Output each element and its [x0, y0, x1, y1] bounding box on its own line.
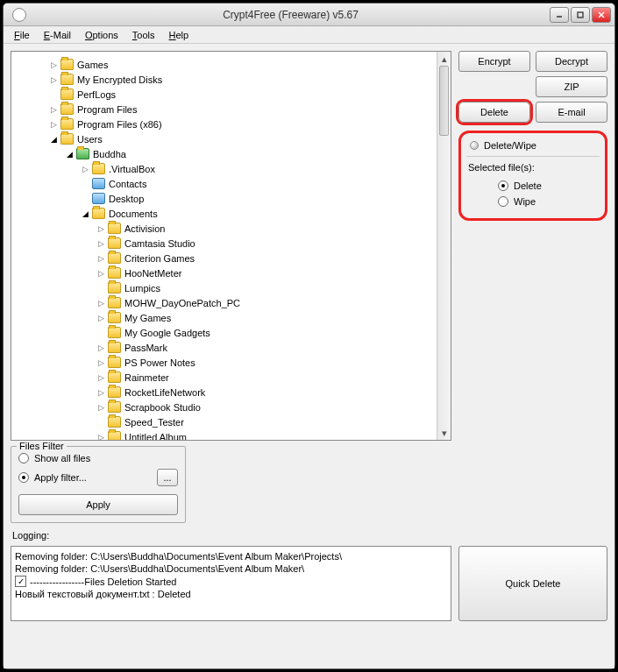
folder-icon	[108, 282, 121, 294]
expand-icon[interactable]: ▷	[96, 433, 106, 441]
tree-node[interactable]: ▷Scrapbook Studio	[13, 400, 437, 414]
tree-node[interactable]: ▷Games	[13, 57, 437, 72]
folder-icon	[108, 342, 121, 353]
expand-icon[interactable]: ▷	[96, 314, 106, 322]
panel-header: Delete/Wipe	[466, 138, 600, 157]
expand-icon[interactable]: ▷	[96, 343, 106, 352]
expand-icon[interactable]: ▷	[96, 358, 106, 367]
tree-node[interactable]: ▷HooNetMeter	[13, 265, 437, 280]
titlebar[interactable]: Crypt4Free (Freeware) v5.67	[4, 4, 614, 26]
expand-icon[interactable]: ▷	[96, 373, 106, 382]
tree-node[interactable]: Contacts	[13, 176, 437, 191]
radio-show-all[interactable]	[18, 453, 29, 463]
folder-icon	[108, 416, 121, 428]
menu-tools[interactable]: Tools	[127, 28, 160, 42]
expand-icon[interactable]: ▷	[96, 269, 106, 278]
collapse-icon[interactable]: ◢	[64, 150, 75, 159]
expand-icon[interactable]: ▷	[48, 120, 59, 129]
radio-apply-filter[interactable]	[18, 472, 29, 483]
collapse-icon[interactable]: ◢	[80, 209, 90, 218]
tree-scrollbar[interactable]: ▴ ▾	[437, 52, 451, 440]
expand-icon[interactable]: ▷	[48, 60, 59, 69]
tree-node[interactable]: PerfLogs	[13, 87, 437, 102]
node-label: PerfLogs	[77, 89, 116, 100]
expand-icon[interactable]: ▷	[80, 165, 90, 173]
folder-icon	[108, 223, 121, 234]
menu-file[interactable]: File	[9, 28, 35, 42]
tree-wrap: ▷Games▷My Encrypted DisksPerfLogs▷Progra…	[11, 51, 451, 441]
tree-node[interactable]: ◢Buddha	[13, 146, 437, 161]
tree-node[interactable]: ▷MOHW_DayOnePatch_PC	[13, 295, 437, 310]
tree-node[interactable]: ▷RocketLifeNetwork	[13, 385, 437, 400]
tree-node[interactable]: ▷My Encrypted Disks	[13, 72, 437, 87]
filter-browse-button[interactable]: ...	[157, 469, 178, 486]
tree-node[interactable]: ▷.VirtualBox	[13, 161, 437, 176]
tree-node[interactable]: ◢Users	[13, 131, 437, 146]
expand-icon[interactable]: ▷	[48, 75, 59, 84]
menu-options[interactable]: Options	[80, 28, 124, 42]
quick-delete-button[interactable]: Quick Delete	[458, 546, 607, 621]
tree-node[interactable]: ▷Program Files	[13, 102, 437, 117]
expand-icon[interactable]: ▷	[96, 388, 106, 397]
node-label: Lumpics	[124, 283, 160, 294]
tree-node[interactable]: ▷Activision	[13, 221, 437, 236]
folder-icon	[92, 163, 105, 174]
files-filter-group: Files Filter Show all files Apply filter…	[11, 446, 186, 523]
close-button[interactable]	[592, 7, 611, 23]
log-area: Removing folder: C:\Users\Buddha\Documen…	[11, 546, 607, 621]
node-label: .VirtualBox	[109, 164, 155, 174]
tree-node[interactable]: ▷Camtasia Studio	[13, 236, 437, 251]
zip-button[interactable]: ZIP	[536, 76, 607, 97]
radio-wipe[interactable]	[498, 196, 508, 207]
node-label: PassMark	[124, 343, 167, 353]
tree-node[interactable]: ▷My Games	[13, 310, 437, 325]
folder-icon	[108, 237, 121, 249]
delete-button[interactable]: Delete	[458, 102, 530, 123]
scroll-up-arrow[interactable]: ▴	[437, 52, 451, 66]
radio-wipe-label: Wipe	[514, 196, 536, 207]
decrypt-button[interactable]: Decrypt	[536, 51, 607, 72]
tree-node[interactable]: ▷Untitled Album	[13, 429, 437, 440]
expand-icon[interactable]: ▷	[96, 254, 106, 263]
folder-icon	[60, 88, 74, 100]
scroll-thumb[interactable]	[439, 66, 449, 136]
logging-label: Logging:	[11, 528, 607, 541]
node-label: Criterion Games	[124, 253, 195, 264]
tree-node[interactable]: ▷PS Power Notes	[13, 355, 437, 370]
tree-node[interactable]: ▷PassMark	[13, 340, 437, 355]
tree-node[interactable]: ◢Documents	[13, 206, 437, 221]
encrypt-button[interactable]: Encrypt	[458, 51, 530, 72]
node-label: My Google Gadgets	[124, 328, 210, 338]
tree-node[interactable]: Desktop	[13, 191, 437, 206]
tree-node[interactable]: ▷Rainmeter	[13, 370, 437, 385]
tree-node[interactable]: My Google Gadgets	[13, 325, 437, 340]
expand-icon[interactable]: ▷	[48, 105, 59, 114]
scroll-down-arrow[interactable]: ▾	[437, 426, 451, 440]
expand-icon[interactable]: ▷	[96, 299, 106, 308]
tree-node[interactable]: ▷Program Files (x86)	[13, 117, 437, 131]
apply-button[interactable]: Apply	[18, 494, 178, 515]
expand-icon[interactable]: ▷	[96, 239, 106, 248]
collapse-icon[interactable]: ◢	[48, 135, 59, 144]
menu-email[interactable]: E-Mail	[39, 28, 76, 42]
email-button[interactable]: E-mail	[536, 102, 607, 123]
tree-node[interactable]: Lumpics	[13, 280, 437, 295]
menu-help[interactable]: Help	[164, 28, 195, 42]
log-checkbox[interactable]	[15, 576, 26, 587]
tree-node[interactable]: ▷Criterion Games	[13, 251, 437, 265]
apply-filter-label: Apply filter...	[34, 472, 87, 483]
panel-title: Delete/Wipe	[484, 140, 536, 151]
desktop-icon	[92, 193, 105, 204]
scroll-track[interactable]	[437, 66, 451, 426]
radio-delete[interactable]	[498, 180, 508, 191]
expand-icon[interactable]: ▷	[96, 403, 106, 412]
node-label: Rainmeter	[124, 372, 169, 383]
folder-tree[interactable]: ▷Games▷My Encrypted DisksPerfLogs▷Progra…	[11, 52, 437, 440]
maximize-button[interactable]	[571, 7, 590, 23]
expand-icon[interactable]: ▷	[96, 224, 106, 233]
minimize-button[interactable]	[550, 7, 569, 23]
folder-icon	[108, 267, 121, 279]
tree-node[interactable]: Speed_Tester	[13, 414, 437, 429]
window-controls	[550, 7, 611, 23]
log-box[interactable]: Removing folder: C:\Users\Buddha\Documen…	[11, 546, 451, 621]
